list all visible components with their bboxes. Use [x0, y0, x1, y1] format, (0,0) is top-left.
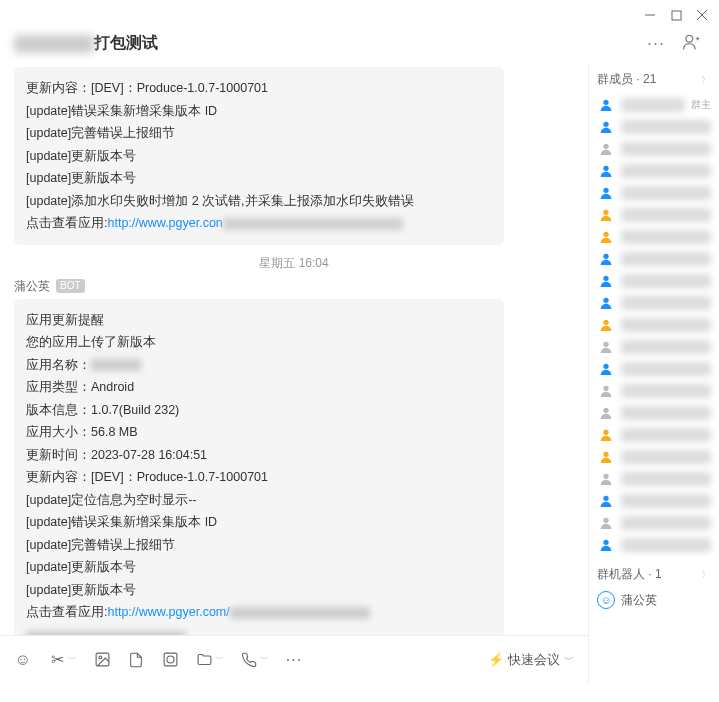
members-header[interactable]: 群成员 · 21 〉	[597, 71, 711, 88]
message-list: 更新内容：[DEV]：Produce-1.0.7-1000701 [update…	[0, 63, 588, 635]
member-item[interactable]	[597, 116, 711, 138]
member-item[interactable]	[597, 182, 711, 204]
member-item[interactable]	[597, 512, 711, 534]
member-name-hidden	[621, 252, 711, 266]
member-name-hidden	[621, 98, 685, 112]
member-name-hidden	[621, 340, 711, 354]
member-item[interactable]	[597, 446, 711, 468]
person-icon	[597, 184, 615, 202]
member-item[interactable]	[597, 138, 711, 160]
file-icon[interactable]	[127, 651, 145, 669]
image-icon[interactable]	[93, 651, 111, 669]
member-item[interactable]	[597, 402, 711, 424]
bots-header[interactable]: 群机器人 · 1 〉	[597, 566, 711, 583]
member-name-hidden	[621, 208, 711, 222]
more-icon[interactable]: ···	[647, 33, 665, 54]
quick-meeting-button[interactable]: ⚡快速会议﹀	[488, 651, 574, 669]
svg-point-11	[603, 100, 608, 105]
person-icon	[597, 228, 615, 246]
member-name-hidden	[621, 164, 711, 178]
member-item[interactable]	[597, 380, 711, 402]
minimize-button[interactable]	[643, 8, 657, 22]
member-item[interactable]	[597, 270, 711, 292]
member-item[interactable]	[597, 248, 711, 270]
member-item[interactable]: 群主	[597, 94, 711, 116]
person-icon	[597, 536, 615, 554]
person-icon	[597, 96, 615, 114]
msg-field: 应用类型：Android	[26, 376, 492, 399]
msg-line: [update]更新版本号	[26, 579, 492, 602]
member-name-hidden	[621, 384, 711, 398]
person-icon	[597, 206, 615, 224]
msg-subtitle: 您的应用上传了新版本	[26, 331, 492, 354]
svg-rect-1	[672, 11, 681, 20]
msg-title: 应用更新提醒	[26, 309, 492, 332]
member-name-hidden	[621, 362, 711, 376]
svg-point-8	[98, 656, 101, 659]
member-item[interactable]	[597, 160, 711, 182]
person-icon	[597, 448, 615, 466]
svg-point-25	[603, 408, 608, 413]
titlebar	[0, 0, 719, 30]
svg-point-20	[603, 298, 608, 303]
add-user-icon[interactable]	[681, 32, 701, 55]
msg-line: [update]更新版本号	[26, 145, 492, 168]
close-button[interactable]	[695, 8, 709, 22]
svg-point-10	[166, 656, 173, 663]
member-item[interactable]	[597, 226, 711, 248]
msg-line: [update]更新版本号	[26, 556, 492, 579]
msg-field: 更新内容：[DEV]：Produce-1.0.7-1000701	[26, 466, 492, 489]
member-name-hidden	[621, 538, 711, 552]
svg-point-14	[603, 166, 608, 171]
scissors-icon[interactable]: ✂	[48, 651, 66, 669]
phone-icon[interactable]	[240, 651, 258, 669]
svg-point-17	[603, 232, 608, 237]
message-bubble: 更新内容：[DEV]：Produce-1.0.7-1000701 [update…	[14, 67, 504, 245]
lightning-icon: ⚡	[488, 652, 504, 667]
person-icon	[597, 272, 615, 290]
member-item[interactable]	[597, 358, 711, 380]
sender-name: 蒲公英	[14, 278, 50, 295]
member-item[interactable]	[597, 534, 711, 556]
member-item[interactable]	[597, 424, 711, 446]
app-link[interactable]: http://www.pgyer.com/	[107, 605, 229, 619]
app-link[interactable]: http://www.pgyer.con	[107, 216, 222, 230]
msg-line: [update]添加水印失败时增加 2 次试错,并采集上报添加水印失败错误	[26, 190, 492, 213]
svg-point-21	[603, 320, 608, 325]
member-name-hidden	[621, 450, 711, 464]
msg-line-link: 点击查看应用:http://www.pgyer.con	[26, 212, 492, 235]
folder-icon[interactable]	[195, 651, 213, 669]
person-icon	[597, 250, 615, 268]
member-item[interactable]	[597, 490, 711, 512]
svg-point-15	[603, 188, 608, 193]
person-icon	[597, 404, 615, 422]
maximize-button[interactable]	[669, 8, 683, 22]
chevron-right-icon: 〉	[701, 73, 711, 87]
bot-item[interactable]: ☺ 蒲公英	[597, 589, 711, 611]
member-item[interactable]	[597, 314, 711, 336]
bot-name: 蒲公英	[621, 592, 657, 609]
member-item[interactable]	[597, 468, 711, 490]
emoji-icon[interactable]: ☺	[14, 651, 32, 669]
svg-point-4	[686, 35, 693, 42]
svg-point-26	[603, 430, 608, 435]
capture-icon[interactable]	[161, 651, 179, 669]
member-item[interactable]	[597, 336, 711, 358]
msg-line: [update]定位信息为空时显示--	[26, 489, 492, 512]
msg-hidden-line	[26, 624, 492, 636]
person-icon	[597, 470, 615, 488]
more-tools-icon[interactable]: ···	[285, 651, 303, 669]
message-bubble: 应用更新提醒 您的应用上传了新版本 应用名称： 应用类型：Android 版本信…	[14, 299, 504, 636]
person-icon	[597, 514, 615, 532]
header: 打包测试 ···	[0, 30, 719, 63]
member-name-hidden	[621, 296, 711, 310]
person-icon	[597, 426, 615, 444]
person-icon	[597, 162, 615, 180]
msg-line: [update]完善错误上报细节	[26, 534, 492, 557]
member-item[interactable]	[597, 204, 711, 226]
owner-tag: 群主	[691, 98, 711, 112]
sidebar: 群成员 · 21 〉 群主 群机器人 · 1 〉 ☺ 蒲公英	[589, 63, 719, 683]
svg-point-23	[603, 364, 608, 369]
svg-rect-9	[164, 653, 177, 666]
member-item[interactable]	[597, 292, 711, 314]
